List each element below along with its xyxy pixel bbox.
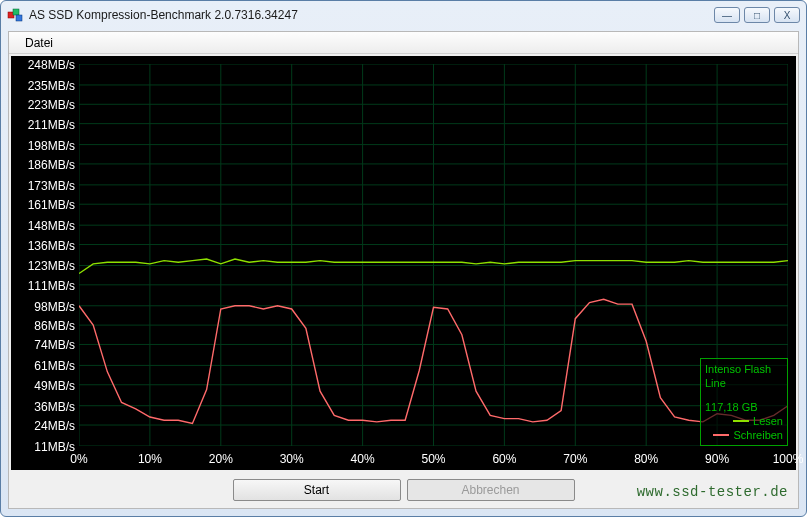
y-tick-label: 248MB/s [11, 58, 75, 72]
menubar: Datei [9, 32, 798, 54]
chart-svg [79, 64, 788, 446]
x-tick-label: 90% [705, 452, 729, 466]
x-tick-label: 40% [351, 452, 375, 466]
minimize-button[interactable]: — [714, 7, 740, 23]
legend-device: Intenso Flash Line [705, 362, 783, 390]
x-tick-label: 30% [280, 452, 304, 466]
y-tick-label: 136MB/s [11, 239, 75, 253]
y-tick-label: 74MB/s [11, 338, 75, 352]
y-tick-label: 161MB/s [11, 198, 75, 212]
cancel-button[interactable]: Abbrechen [407, 479, 575, 501]
legend-read-swatch [733, 420, 749, 422]
y-tick-label: 86MB/s [11, 319, 75, 333]
legend-read-label: Lesen [753, 414, 783, 428]
y-tick-label: 111MB/s [11, 279, 75, 293]
app-icon [7, 7, 23, 23]
legend: Intenso Flash Line 117,18 GB Lesen Schre… [700, 358, 788, 446]
app-window: AS SSD Kompression-Benchmark 2.0.7316.34… [0, 0, 807, 517]
svg-rect-2 [16, 15, 22, 21]
y-tick-label: 36MB/s [11, 400, 75, 414]
y-tick-label: 98MB/s [11, 300, 75, 314]
y-tick-label: 235MB/s [11, 79, 75, 93]
x-tick-label: 0% [70, 452, 87, 466]
close-button[interactable]: X [774, 7, 800, 23]
menu-datei[interactable]: Datei [17, 34, 61, 52]
svg-rect-1 [13, 9, 19, 15]
y-tick-label: 24MB/s [11, 419, 75, 433]
legend-write-label: Schreiben [733, 428, 783, 442]
legend-write-row: Schreiben [705, 428, 783, 442]
y-tick-label: 198MB/s [11, 139, 75, 153]
x-tick-label: 60% [492, 452, 516, 466]
y-tick-label: 61MB/s [11, 359, 75, 373]
x-tick-label: 70% [563, 452, 587, 466]
y-tick-label: 211MB/s [11, 118, 75, 132]
x-tick-label: 80% [634, 452, 658, 466]
x-tick-label: 10% [138, 452, 162, 466]
x-tick-label: 50% [421, 452, 445, 466]
y-tick-label: 186MB/s [11, 158, 75, 172]
legend-spacer [705, 390, 783, 400]
plot-region [79, 64, 788, 446]
x-tick-label: 100% [773, 452, 804, 466]
button-bar: Start Abbrechen [9, 472, 798, 508]
window-controls: — □ X [714, 7, 800, 23]
window-title: AS SSD Kompression-Benchmark 2.0.7316.34… [29, 8, 714, 22]
maximize-button[interactable]: □ [744, 7, 770, 23]
y-tick-label: 11MB/s [11, 440, 75, 454]
x-tick-label: 20% [209, 452, 233, 466]
legend-write-swatch [713, 434, 729, 436]
chart-area: Intenso Flash Line 117,18 GB Lesen Schre… [11, 56, 796, 470]
y-tick-label: 173MB/s [11, 179, 75, 193]
y-tick-label: 223MB/s [11, 98, 75, 112]
y-tick-label: 49MB/s [11, 379, 75, 393]
y-tick-label: 123MB/s [11, 259, 75, 273]
client-area: Datei Intenso Flash Line 117,18 GB Lesen… [8, 31, 799, 509]
titlebar: AS SSD Kompression-Benchmark 2.0.7316.34… [1, 1, 806, 29]
y-tick-label: 148MB/s [11, 219, 75, 233]
start-button[interactable]: Start [233, 479, 401, 501]
legend-read-row: Lesen [705, 414, 783, 428]
legend-capacity: 117,18 GB [705, 400, 783, 414]
